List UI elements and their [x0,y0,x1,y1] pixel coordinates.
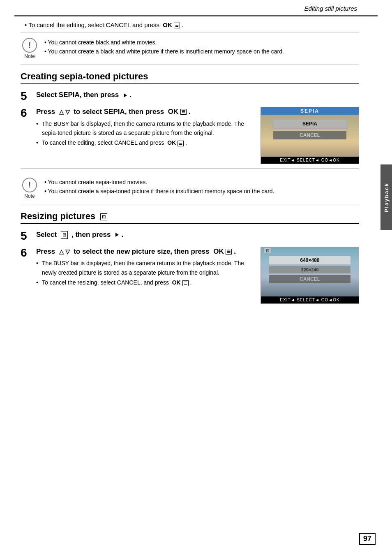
resize-cam-footer: EXIT◄ SELECT◄ GO◄OK [261,296,359,303]
menu-icon2: ☰ [180,109,187,115]
arrow-right-icon [124,93,127,97]
sepia-menu-title: SEPIA [261,107,359,115]
sepia-step6: 6 Press △ ▽ to select SEPIA, then press … [21,107,359,164]
sepia-step5: 5 Select SEPIA, then press . [21,90,359,103]
resize-cancel: CANCEL [269,275,350,283]
sepia-step6-text: Press △ ▽ to select SEPIA, then press OK… [36,107,252,148]
sepia-heading: Creating sepia-toned pictures [21,71,359,84]
resize-step6-bullets: The BUSY bar is displayed, then the came… [36,259,252,287]
resize-icon2: ⊡ [61,231,68,239]
resize-step5-title: Select ⊡ , then press . [36,230,359,240]
resize-step6: 6 Press △ ▽ to select the new picture si… [21,247,359,304]
resize-camera-screen: ⊡ 640×480 320×240 CANCEL EXIT◄ SELECT◄ G… [261,247,359,304]
resize-step5: 5 Select ⊡ , then press . [21,230,359,243]
sepia-step6-title: Press △ ▽ to select SEPIA, then press OK… [36,107,252,117]
sepia-camera-screen: SEPIA SEPIA CANCEL EXIT◄ SELECT◄ GO◄OK [261,107,359,164]
resize-bullet2: To cancel the resizing, select CANCEL, a… [36,278,252,287]
sepia-step5-title: Select SEPIA, then press . [36,90,359,100]
menu-icon3: ☰ [178,141,184,146]
main-content: • To cancel the editing, select CANCEL a… [21,16,371,304]
sepia-step5-content: Select SEPIA, then press . [36,90,359,100]
resize-step6-layout: Press △ ▽ to select the new picture size… [36,247,359,304]
sepia-note-icon-area: ! Note [21,178,39,199]
resize-step6-number: 6 [21,247,36,259]
sidebar-tab: Playback [380,164,392,230]
divider1 [21,168,359,169]
warning-icon: ! [22,38,37,53]
sepia-screen: SEPIA SEPIA CANCEL EXIT◄ SELECT◄ GO◄OK [261,107,359,164]
sepia-bullet2: To cancel the editing, select CANCEL and… [36,138,252,147]
resize-step5-content: Select ⊡ , then press . [36,230,359,240]
resize-320: 320×240 [269,266,350,273]
resize-bullet1: The BUSY bar is displayed, then the came… [36,259,252,277]
top-cancel-note: • To cancel the editing, select CANCEL a… [21,16,359,33]
sepia-step6-bullets: The BUSY bar is displayed, then the came… [36,119,252,148]
top-note-line1: • You cannot create black and white movi… [44,38,359,47]
sepia-bullet1: The BUSY bar is displayed, then the came… [36,119,252,138]
resize-screen: ⊡ 640×480 320×240 CANCEL EXIT◄ SELECT◄ G… [261,247,359,304]
resize-step6-title: Press △ ▽ to select the new picture size… [36,247,252,257]
sepia-screen-inner: SEPIA SEPIA CANCEL [261,107,359,157]
menu-icon5: ☰ [182,280,189,286]
sepia-cam-footer: EXIT◄ SELECT◄ GO◄OK [261,157,359,164]
resize-step6-content: Press △ ▽ to select the new picture size… [36,247,359,304]
sepia-warning-icon: ! [22,178,37,192]
menu-icon4: ☰ [226,249,232,255]
sidebar-label: Playback [383,183,390,212]
resize-icon: ⊡ [100,213,107,220]
resize-menu: 640×480 320×240 CANCEL [261,247,359,285]
cancel-note-text: • To cancel the editing, select CANCEL a… [25,21,359,28]
arrow-right-icon2 [115,233,119,237]
sepia-note-line2: • You cannot create a sepia-toned pictur… [44,187,359,196]
top-note-content: • You cannot create black and white movi… [44,38,359,56]
resize-screen-inner: ⊡ 640×480 320×240 CANCEL [261,247,359,296]
sepia-note-content: • You cannot create sepia-toned movies. … [44,178,359,196]
resize-step6-text: Press △ ▽ to select the new picture size… [36,247,252,288]
sepia-menu-overlay: SEPIA SEPIA CANCEL [261,107,359,142]
sepia-menu-cancel: CANCEL [273,131,346,139]
sepia-step6-number: 6 [21,107,36,120]
page-header: Editing still pictures [14,0,378,16]
resize-640: 640×480 [269,256,350,264]
top-note-line2: • You cannot create a black and white pi… [44,47,359,56]
sepia-step6-layout: Press △ ▽ to select SEPIA, then press OK… [36,107,359,164]
sepia-note-line1: • You cannot create sepia-toned movies. [44,178,359,187]
sepia-note-label: Note [21,193,39,199]
up-down-icon: △ ▽ [59,109,70,115]
sepia-step6-content: Press △ ▽ to select SEPIA, then press OK… [36,107,359,164]
sepia-note-box: ! Note • You cannot create sepia-toned m… [21,173,359,204]
top-note-box: ! Note • You cannot create black and whi… [21,33,359,65]
page-number: 97 [359,533,376,545]
note-label-text: Note [21,53,39,59]
sepia-menu-item1: SEPIA [273,120,346,128]
page-number-area: 97 [359,533,376,545]
resize-step5-number: 5 [21,230,36,243]
menu-icon: ☰ [174,23,180,28]
page-title: Editing still pictures [304,5,357,12]
sepia-step5-number: 5 [21,90,36,103]
up-down-icon2: △ ▽ [59,248,70,255]
note-icon-area: ! Note [21,38,39,59]
resize-heading: Resizing pictures ⊡ [21,211,359,224]
